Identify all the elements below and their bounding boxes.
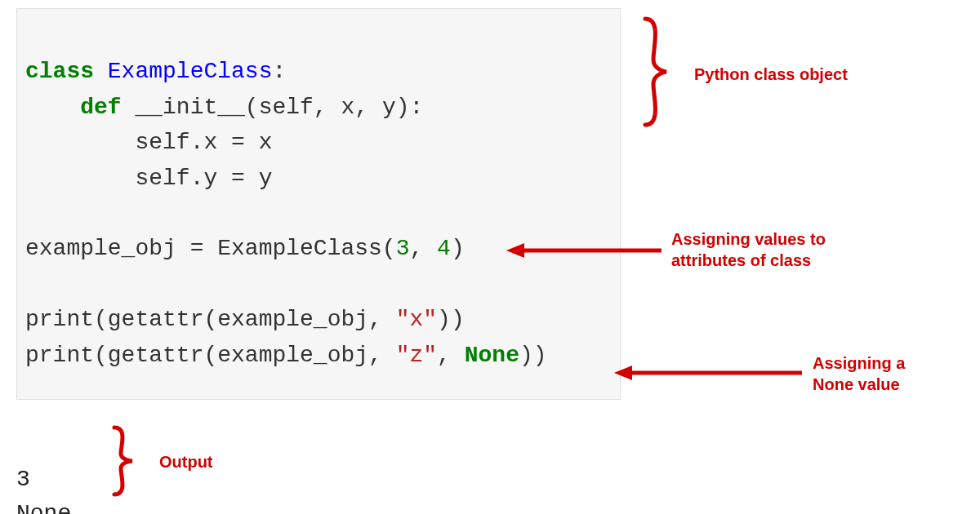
output-line-2: None xyxy=(16,501,71,514)
number-3: 3 xyxy=(396,236,410,261)
class-name: ExampleClass xyxy=(94,59,272,84)
print-getattr-z-end: )) xyxy=(519,343,547,368)
keyword-class: class xyxy=(25,59,94,84)
colon: : xyxy=(272,59,286,84)
number-4: 4 xyxy=(437,236,451,261)
output-line-1: 3 xyxy=(16,467,30,492)
print-getattr-z-left: print(getattr(example_obj, xyxy=(25,343,396,368)
comma: , xyxy=(410,236,438,261)
arrow-assign-values-icon xyxy=(506,238,662,263)
brace-output-icon xyxy=(106,424,147,498)
annotation-assign-values-l2: attributes of class xyxy=(671,250,826,271)
assign-y: self.y = y xyxy=(25,166,272,191)
svg-marker-3 xyxy=(614,366,632,380)
blank-line xyxy=(25,201,39,226)
assign-x: self.x = x xyxy=(25,130,272,155)
annotation-output: Output xyxy=(159,451,213,472)
init-signature: __init__(self, x, y): xyxy=(122,95,424,120)
output-block: 3 None xyxy=(16,428,71,514)
annotation-assign-none-l2: None value xyxy=(813,374,905,395)
arrow-assign-none-icon xyxy=(614,361,802,385)
print-getattr-x-left: print(getattr(example_obj, xyxy=(25,307,396,332)
none-keyword: None xyxy=(465,343,519,368)
print-getattr-x-end: )) xyxy=(437,307,465,332)
annotation-assign-values-l1: Assigning values to xyxy=(671,228,826,250)
blank-line xyxy=(25,272,39,297)
annotation-class-object: Python class object xyxy=(694,64,848,85)
annotation-assign-none-l1: Assigning a xyxy=(813,352,905,374)
string-x: "x" xyxy=(396,307,437,332)
code-block: class ExampleClass: def __init__(self, x… xyxy=(16,8,621,400)
svg-marker-1 xyxy=(506,243,524,258)
brace-class-icon xyxy=(635,15,684,129)
obj-assign-left: example_obj = ExampleClass( xyxy=(25,236,396,261)
comma: , xyxy=(437,343,465,368)
keyword-def: def xyxy=(25,95,122,120)
string-z: "z" xyxy=(396,343,437,368)
close-paren: ) xyxy=(451,236,465,261)
